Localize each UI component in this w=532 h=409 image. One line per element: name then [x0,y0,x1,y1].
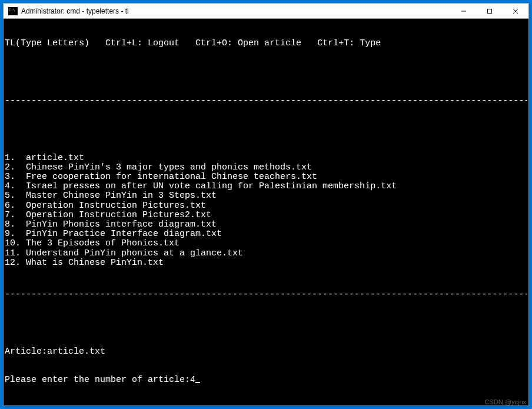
bottom-section: ----------------------------------------… [5,271,527,404]
file-number: 8. [5,220,15,230]
article-label: Article: [5,347,47,357]
file-number: 10. [5,238,21,248]
file-name: Chinese PinYin's 3 major types and phoni… [26,162,312,172]
app-name: TL(Type Letters) [5,39,89,48]
shortcut-logout: Ctrl+L: Logout [105,39,179,48]
prompt-line[interactable]: Please enter the number of article:4 [5,375,527,385]
file-item: 4. Israel presses on after UN vote calli… [5,182,527,191]
file-name: Master Chinese PinYin in 3 Steps.txt [26,191,217,201]
blank-line [5,318,527,328]
window-title: Administrator: cmd - typeletters - tl [21,7,451,15]
file-name: Operation Instruction Pictures.txt [26,201,206,211]
maximize-button[interactable] [477,4,503,18]
file-item: 12. What is Chinese PinYin.txt [5,258,527,268]
file-item: 11. Understand PinYin phonics at a glanc… [5,249,527,258]
file-item: 3. Free cooperation for international Ch… [5,172,527,182]
file-item: 8. PinYin Phonics interface diagram.txt [5,220,527,230]
file-number: 5. [5,191,15,201]
file-name: PinYin Practice Interface diagram.txt [26,229,222,239]
file-item: 7. Operation Instruction Pictures2.txt [5,211,527,220]
file-name: article.txt [26,153,84,163]
file-name: Operation Instruction Pictures2.txt [26,210,211,220]
file-item: 1. article.txt [5,154,527,163]
file-number: 12. [5,258,21,268]
file-name: The 3 Episodes of Phonics.txt [26,238,179,248]
file-name: Free cooperation for international Chine… [26,172,317,182]
blank-line [5,125,527,134]
article-value: article.txt [47,347,105,357]
file-name: Israel presses on after UN vote calling … [26,181,397,191]
terminal-body[interactable]: TL(Type Letters) Ctrl+L: Logout Ctrl+O: … [4,19,528,405]
file-list: 1. article.txt2. Chinese PinYin's 3 majo… [5,154,527,268]
cursor-icon [195,382,200,383]
file-number: 9. [5,229,15,239]
prompt-label: Please enter the number of article: [5,375,190,385]
file-item: 5. Master Chinese PinYin in 3 Steps.txt [5,191,527,201]
file-item: 10. The 3 Episodes of Phonics.txt [5,239,527,248]
titlebar[interactable]: Administrator: cmd - typeletters - tl [4,4,528,19]
cmd-window: Administrator: cmd - typeletters - tl TL… [3,3,529,406]
file-number: 7. [5,210,15,220]
file-name: Understand PinYin phonics at a glance.tx… [26,248,243,258]
file-number: 6. [5,201,15,211]
file-number: 2. [5,162,15,172]
file-item: 6. Operation Instruction Pictures.txt [5,201,527,211]
blank-line [5,68,527,77]
file-item: 9. PinYin Practice Interface diagram.txt [5,230,527,239]
watermark: CSDN @ycjnx [485,398,526,405]
prompt-input-value[interactable]: 4 [190,375,195,385]
file-name: PinYin Phonics interface diagram.txt [26,220,217,230]
article-line: Article:article.txt [5,347,527,357]
file-number: 4. [5,181,15,191]
svg-rect-1 [488,9,492,13]
header-line: TL(Type Letters) Ctrl+L: Logout Ctrl+O: … [5,39,527,48]
divider-top: ----------------------------------------… [5,97,527,106]
close-button[interactable] [503,4,528,18]
file-item: 2. Chinese PinYin's 3 major types and ph… [5,163,527,172]
file-number: 3. [5,172,15,182]
file-number: 11. [5,248,21,258]
file-number: 1. [5,153,15,163]
shortcut-type: Ctrl+T: Type [317,39,381,48]
cmd-icon [8,7,18,15]
minimize-button[interactable] [451,4,477,18]
window-controls [451,4,528,18]
divider-bottom: ----------------------------------------… [5,290,527,300]
shortcut-open: Ctrl+O: Open article [195,39,301,48]
file-name: What is Chinese PinYin.txt [26,258,164,268]
